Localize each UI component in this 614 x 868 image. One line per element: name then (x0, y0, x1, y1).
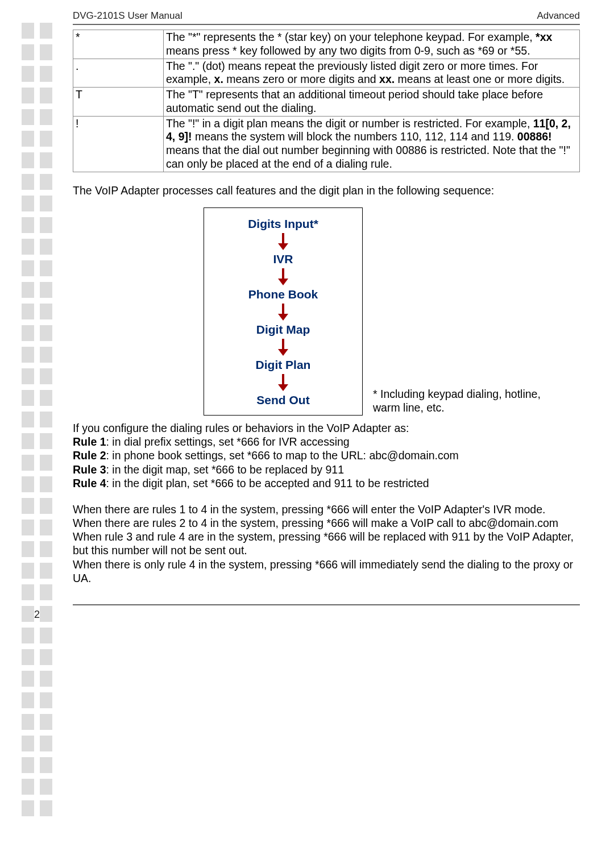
stripe-block (22, 455, 34, 471)
stripe-block (22, 779, 34, 795)
stripe-block (22, 109, 34, 125)
rule-text: : in phone book settings, set *666 to ma… (106, 449, 459, 462)
arrow-down-icon (278, 339, 288, 356)
flow-box: Digits Input*IVRPhone BookDigit MapDigit… (204, 207, 363, 416)
stripe-block (40, 736, 52, 751)
symbol-table-body: *The "*" represents the * (star key) on … (73, 30, 580, 172)
stripe-block (22, 498, 34, 514)
arrow-down-icon (278, 374, 288, 391)
stripe-block (22, 23, 34, 39)
flow-step: Digit Plan (256, 358, 311, 372)
table-row: .The "." (dot) means repeat the previous… (73, 59, 580, 88)
arrow-down-icon (278, 268, 288, 285)
stripe-block (40, 390, 52, 406)
arrow-down-icon (278, 304, 288, 321)
stripe-block (40, 455, 52, 471)
stripe-block (22, 217, 34, 233)
stripe-block (22, 412, 34, 427)
header-right: Advanced (537, 10, 580, 22)
stripe-block (40, 131, 52, 147)
stripe-block (22, 260, 34, 276)
page: DVG-2101S User Manual Advanced *The "*" … (0, 0, 614, 868)
stripe-block (40, 541, 52, 557)
rules-list: Rule 1: in dial prefix settings, set *66… (73, 435, 580, 490)
stripe-block (22, 44, 34, 60)
stripe-block (40, 606, 52, 622)
stripe-block (40, 196, 52, 211)
flow-note: * Including keypad dialing, hotline, war… (373, 387, 544, 416)
table-row: *The "*" represents the * (star key) on … (73, 30, 580, 59)
table-row: !The "!" in a digit plan means the digit… (73, 116, 580, 172)
stripe-block (40, 325, 52, 341)
stripe-block (22, 541, 34, 557)
stripe-block (40, 174, 52, 190)
stripe-block (40, 563, 52, 579)
stripe-block (40, 88, 52, 103)
arrow-down-icon (278, 233, 288, 250)
stripe-block (22, 66, 34, 82)
stripe-block (22, 757, 34, 773)
stripe-block (22, 325, 34, 341)
stripe-block (40, 44, 52, 60)
stripe-block (40, 800, 52, 816)
stripe-block (40, 433, 52, 449)
left-decoration (0, 23, 78, 868)
stripe-block (22, 152, 34, 168)
symbol-table: *The "*" represents the * (star key) on … (73, 30, 580, 172)
flow-step: Phone Book (248, 288, 318, 301)
stripe-block (22, 196, 34, 211)
stripe-block (22, 476, 34, 492)
stripe-block (22, 649, 34, 665)
header-divider (73, 24, 580, 25)
description-cell: The "*" represents the * (star key) on y… (164, 30, 580, 59)
rule-text: : in the digit plan, set *666 to be acce… (106, 477, 429, 489)
stripe-block (40, 498, 52, 514)
scenario-line: When there are rules 1 to 4 in the syste… (73, 502, 580, 516)
stripe-block (40, 282, 52, 298)
rule-line: Rule 4: in the digit plan, set *666 to b… (73, 476, 580, 490)
stripe-block (22, 584, 34, 600)
stripe-block (22, 628, 34, 643)
stripe-block (40, 66, 52, 82)
stripe-block (40, 239, 52, 255)
stripe-block (22, 88, 34, 103)
flow-step: Send Out (256, 393, 309, 407)
stripe-block (40, 649, 52, 665)
stripe-block (22, 304, 34, 319)
rule-text: : in the digit map, set *666 to be repla… (106, 463, 344, 476)
scenario-line: When rule 3 and rule 4 are in the system… (73, 530, 580, 557)
stripe-block (22, 282, 34, 298)
rule-line: Rule 3: in the digit map, set *666 to be… (73, 463, 580, 476)
rule-line: Rule 2: in phone book settings, set *666… (73, 448, 580, 462)
stripe-block (22, 800, 34, 816)
stripe-block (40, 23, 52, 39)
stripe-block (22, 563, 34, 579)
stripe-block (22, 606, 34, 622)
stripe-block (22, 368, 34, 384)
scenario-line: When there is only rule 4 in the system,… (73, 558, 580, 585)
footer-divider (73, 604, 580, 605)
stripe-block (40, 217, 52, 233)
stripe-block (22, 347, 34, 363)
table-row: TThe "T" represents that an additional t… (73, 88, 580, 117)
stripe-block (22, 131, 34, 147)
stripe-block (22, 736, 34, 751)
rule-text: : in dial prefix settings, set *666 for … (106, 435, 350, 448)
stripe-block (40, 692, 52, 708)
intro-paragraph: The VoIP Adapter processes call features… (73, 184, 580, 197)
description-cell: The "T" represents that an additional ti… (164, 88, 580, 117)
stripe-block (40, 304, 52, 319)
stripe-block (40, 260, 52, 276)
stripe-block (22, 433, 34, 449)
rules-block: If you configure the dialing rules or be… (73, 421, 580, 490)
stripe-block (22, 239, 34, 255)
flow-step: IVR (273, 252, 293, 266)
page-number: 26 (33, 609, 580, 621)
stripe-block (22, 520, 34, 535)
description-cell: The "." (dot) means repeat the previousl… (164, 59, 580, 88)
stripe-column-2 (40, 23, 52, 868)
rule-line: Rule 1: in dial prefix settings, set *66… (73, 435, 580, 448)
stripe-column-1 (22, 23, 34, 868)
symbol-cell: ! (73, 116, 164, 172)
stripe-block (40, 779, 52, 795)
